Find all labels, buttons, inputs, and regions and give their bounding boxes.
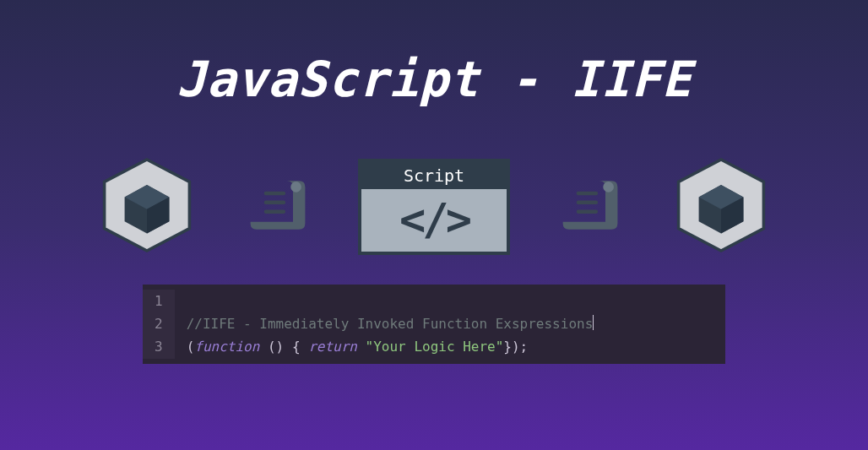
script-box-header: Script	[361, 162, 507, 189]
svg-point-4	[290, 182, 301, 192]
page-title: JavaScript - IIFE	[0, 0, 868, 108]
svg-rect-11	[577, 209, 598, 214]
code-line: //IIFE - Immediately Invoked Function Ex…	[187, 312, 725, 335]
code-string: "Your Logic Here"	[366, 339, 504, 355]
scroll-icon	[552, 167, 628, 247]
line-number: 3	[155, 335, 163, 358]
code-keyword: return	[308, 339, 357, 355]
svg-rect-6	[264, 201, 285, 205]
cube-icon	[670, 155, 772, 259]
cube-icon	[96, 155, 198, 259]
scroll-icon	[240, 167, 316, 247]
svg-rect-5	[264, 192, 285, 196]
script-box-body: </>	[361, 189, 507, 252]
svg-rect-9	[577, 192, 598, 196]
code-line: (function () { return "Your Logic Here"}…	[187, 335, 725, 358]
code-token	[357, 339, 366, 355]
code-block: 1 2 3 //IIFE - Immediately Invoked Funct…	[143, 285, 725, 364]
svg-rect-10	[577, 201, 598, 205]
code-keyword: function	[194, 339, 259, 355]
svg-rect-7	[264, 209, 285, 214]
line-number: 2	[155, 312, 163, 335]
code-token: });	[503, 339, 528, 355]
code-gutter: 1 2 3	[143, 290, 175, 359]
icon-row: Script </>	[0, 155, 868, 259]
script-box: Script </>	[358, 159, 510, 255]
line-number: 1	[155, 290, 163, 312]
code-comment: //IIFE - Immediately Invoked Function Ex…	[187, 316, 594, 332]
cursor-icon	[593, 315, 594, 330]
code-line	[187, 290, 725, 312]
code-token: (	[187, 339, 195, 355]
code-lines: //IIFE - Immediately Invoked Function Ex…	[175, 290, 725, 359]
svg-point-8	[603, 182, 614, 192]
code-token: () {	[259, 339, 308, 355]
